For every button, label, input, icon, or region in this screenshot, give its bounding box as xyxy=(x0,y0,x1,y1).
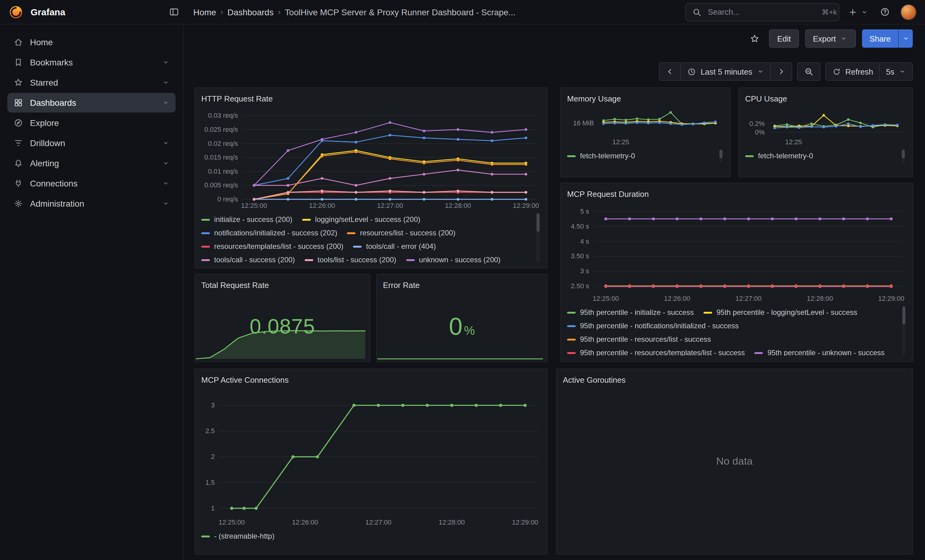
legend-item[interactable]: tools/call - success (200) xyxy=(201,253,295,264)
help-icon[interactable] xyxy=(876,3,893,21)
legend-item[interactable]: notifications/initialized - success (202… xyxy=(201,226,337,240)
svg-text:5 s: 5 s xyxy=(580,207,589,215)
search-box[interactable]: ⌘+k xyxy=(685,3,839,21)
dashboard-content: Edit Export Share Last 5 minutes xyxy=(184,24,925,560)
cpu-usage-chart[interactable]: 0.2%0%12:25 xyxy=(745,105,906,147)
legend-color-swatch xyxy=(755,352,763,354)
share-split-button: Share xyxy=(862,29,913,48)
connections-legend: - (streamable-http) xyxy=(201,530,541,544)
legend-label: fetch-telemetry-0 xyxy=(580,149,635,163)
legend-label: 95th percentile - resources/list - succe… xyxy=(580,333,711,346)
sidebar-item-explore[interactable]: Explore xyxy=(8,113,176,133)
legend-item[interactable]: 95th percentile - initialize - success xyxy=(567,306,694,319)
sidebar-item-administration[interactable]: Administration xyxy=(8,194,176,213)
dock-toggle-icon[interactable] xyxy=(165,3,182,21)
legend-label: fetch-telemetry-0 xyxy=(758,149,813,163)
sidebar-item-dashboards[interactable]: Dashboards xyxy=(8,93,176,113)
share-button[interactable]: Share xyxy=(862,29,898,48)
refresh-label: Refresh xyxy=(845,67,873,76)
time-range-picker[interactable]: Last 5 minutes xyxy=(681,62,770,81)
svg-text:12:28:00: 12:28:00 xyxy=(445,202,471,209)
legend-item[interactable]: fetch-telemetry-0 xyxy=(567,149,635,163)
legend-item[interactable]: unknown - success (200) xyxy=(406,253,501,264)
legend-item[interactable]: 95th percentile - logging/setLevel - suc… xyxy=(704,306,857,319)
mcp-request-duration-chart[interactable]: 5 s4.50 s4 s3.50 s3 s2.50 s12:25:0012:26… xyxy=(567,201,907,303)
memory-legend: fetch-telemetry-0 xyxy=(567,149,724,164)
sidebar-item-home[interactable]: Home xyxy=(8,32,176,52)
breadcrumb-item[interactable]: ToolHive MCP Server & Proxy Runner Dashb… xyxy=(285,7,515,17)
chevron-down-icon xyxy=(860,3,869,21)
legend-scrollbar-thumb[interactable] xyxy=(536,213,539,232)
grafana-logo-icon[interactable] xyxy=(8,3,24,21)
legend-item[interactable]: - (streamable-http) xyxy=(201,530,274,543)
legend-color-swatch xyxy=(201,245,210,247)
legend-scrollbar-thumb[interactable] xyxy=(719,150,723,158)
legend-scrollbar[interactable] xyxy=(536,213,539,263)
sidebar-item-label: Administration xyxy=(30,199,84,209)
chevron-down-icon xyxy=(840,34,848,43)
breadcrumb-item[interactable]: Home xyxy=(193,7,216,17)
sidebar-item-drilldown[interactable]: Drilldown xyxy=(8,133,176,153)
sidebar-item-connections[interactable]: Connections xyxy=(8,174,176,193)
favorite-star-icon[interactable] xyxy=(746,30,763,47)
sidebar-item-bookmarks[interactable]: Bookmarks xyxy=(8,53,176,72)
legend-item[interactable]: 95th percentile - unknown - success xyxy=(755,346,884,356)
sidebar-item-starred[interactable]: Starred xyxy=(8,73,176,92)
legend-label: 95th percentile - notifications/initiali… xyxy=(580,319,739,333)
time-forward-button[interactable] xyxy=(770,62,792,81)
legend-item[interactable]: initialize - success (200) xyxy=(201,213,292,226)
legend-item[interactable]: resources/list - success (200) xyxy=(347,226,455,240)
bookmark-icon xyxy=(14,57,23,67)
http-request-rate-chart[interactable]: 0 req/s0.005 req/s0.01 req/s0.015 req/s0… xyxy=(201,105,541,210)
legend-label: resources/templates/list - success (200) xyxy=(214,240,343,253)
export-button[interactable]: Export xyxy=(805,29,856,48)
sidebar-item-label: Home xyxy=(30,37,53,47)
memory-usage-chart[interactable]: 16 MiB12:25 xyxy=(567,105,724,147)
legend-color-swatch xyxy=(745,155,754,157)
legend-scrollbar-thumb[interactable] xyxy=(902,150,905,158)
legend-scrollbar[interactable] xyxy=(902,149,905,163)
new-button[interactable] xyxy=(847,3,869,21)
zoom-out-icon[interactable] xyxy=(797,62,820,81)
legend-item[interactable]: tools/list - success (200) xyxy=(305,253,396,264)
chevron-down-icon xyxy=(899,68,906,75)
legend-item[interactable]: tools/call - error (404) xyxy=(353,240,436,253)
legend-item[interactable]: 95th percentile - notifications/initiali… xyxy=(567,319,739,333)
panel-title: Memory Usage xyxy=(567,93,724,105)
legend-color-swatch xyxy=(347,232,356,234)
legend-label: 95th percentile - initialize - success xyxy=(580,306,694,319)
panel-total-request-rate: Total Request Rate 0.0875 xyxy=(194,274,370,362)
sidebar-item-alerting[interactable]: Alerting xyxy=(8,153,176,173)
stat-number: 0 xyxy=(449,313,463,340)
legend-scrollbar[interactable] xyxy=(719,149,723,163)
legend-item[interactable]: resources/templates/list - success (200) xyxy=(201,240,343,253)
breadcrumb-item[interactable]: Dashboards xyxy=(227,7,273,17)
legend-scrollbar[interactable] xyxy=(902,306,905,354)
plug-icon xyxy=(14,179,23,188)
stat-unit: % xyxy=(464,324,475,338)
legend-item[interactable]: fetch-telemetry-0 xyxy=(745,149,813,163)
avatar[interactable] xyxy=(901,4,916,20)
refresh-interval-picker[interactable]: 5s xyxy=(880,62,913,81)
share-menu-caret[interactable] xyxy=(898,29,913,48)
svg-text:3: 3 xyxy=(211,401,215,409)
edit-button[interactable]: Edit xyxy=(769,29,799,48)
svg-text:3 s: 3 s xyxy=(580,267,589,275)
refresh-button[interactable]: Refresh xyxy=(825,62,880,81)
legend-item[interactable]: logging/setLevel - success (200) xyxy=(302,213,420,226)
mcp-active-connections-chart[interactable]: 32.521.5112:25:0012:26:0012:27:0012:28:0… xyxy=(201,386,541,527)
legend-color-swatch xyxy=(567,352,575,354)
legend-scrollbar-thumb[interactable] xyxy=(902,306,905,324)
svg-text:12:28:00: 12:28:00 xyxy=(807,295,833,302)
svg-text:12:26:00: 12:26:00 xyxy=(292,518,318,526)
svg-text:2: 2 xyxy=(211,453,215,460)
legend-item[interactable]: 95th percentile - resources/templates/li… xyxy=(567,346,745,356)
legend-item[interactable]: 95th percentile - resources/list - succe… xyxy=(567,333,711,346)
legend-color-swatch xyxy=(353,245,362,247)
search-icon xyxy=(692,6,702,17)
time-controls: Last 5 minutes Refresh 5s xyxy=(659,62,913,81)
time-back-button[interactable] xyxy=(659,62,681,81)
search-input[interactable] xyxy=(707,7,817,17)
gear-icon xyxy=(14,199,23,209)
svg-text:3.50 s: 3.50 s xyxy=(571,252,589,260)
